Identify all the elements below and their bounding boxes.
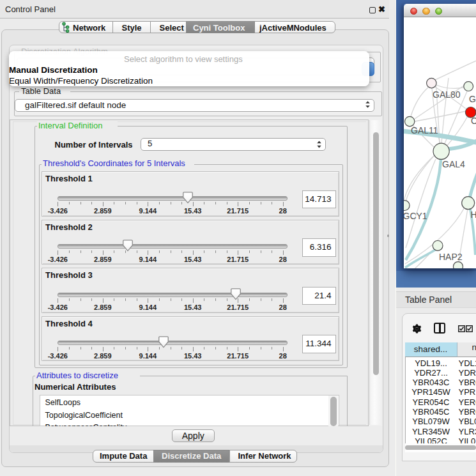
svg-text:GAL11: GAL11 <box>411 125 438 135</box>
svg-text:GA: GA <box>469 94 476 104</box>
svg-text:GCY1: GCY1 <box>404 211 427 221</box>
svg-text:GAL80: GAL80 <box>433 89 461 100</box>
svg-text:GAL4: GAL4 <box>442 159 465 169</box>
svg-text:H: H <box>471 210 476 220</box>
svg-text:O: O <box>471 116 476 126</box>
svg-text:HAP2: HAP2 <box>439 252 463 262</box>
